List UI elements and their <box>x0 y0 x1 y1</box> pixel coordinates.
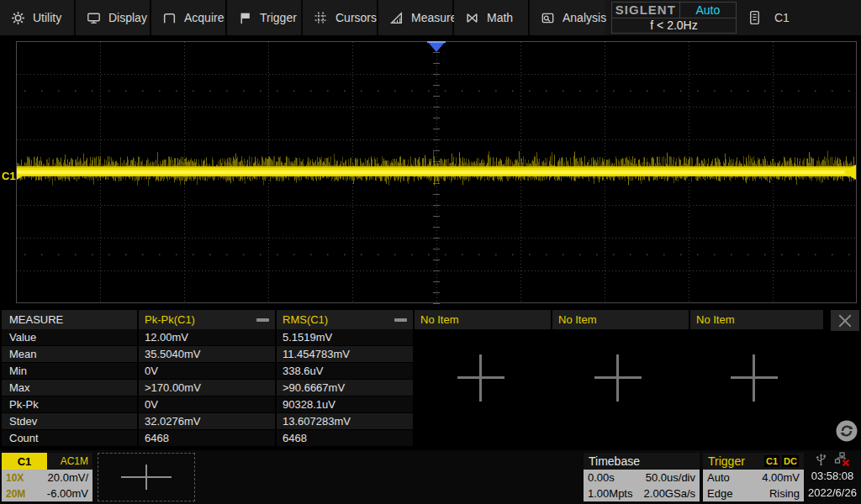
add-channel-box[interactable] <box>98 453 195 501</box>
notify-channel-label: C1 <box>774 11 790 24</box>
trigger-flag-icon <box>238 11 252 25</box>
usb-icon <box>815 453 827 467</box>
menu-math-label: Math <box>487 11 513 24</box>
trigger-position-marker[interactable] <box>427 41 446 52</box>
channel-offset-marker[interactable]: C1 <box>2 170 22 182</box>
menu-utility[interactable]: Utility <box>0 0 76 35</box>
bottom-status-bar: C1 AC1M 10X 20.0mV/ 20M -6.00mV Timebase… <box>0 450 861 504</box>
trigger-box[interactable]: Trigger C1 DC Auto 4.00mV Edge Rising <box>703 453 804 501</box>
menu-analysis-label: Analysis <box>563 11 606 24</box>
frequency-counter: f < 2.0Hz <box>612 18 736 34</box>
oscilloscope-screen: Utility Display Acquire Trigger <box>0 0 861 504</box>
trigger-source-badge: C1 <box>764 455 779 467</box>
timebase-scale: 50.0us/div <box>646 471 695 484</box>
channel-descriptor-box[interactable]: C1 AC1M 10X 20.0mV/ 20M -6.00mV <box>2 453 92 501</box>
trigger-title: Trigger <box>708 454 762 468</box>
measure-slot-2[interactable]: RMS(C1) <box>277 310 413 329</box>
measure-panel: MEASURE Pk-Pk(C1) RMS(C1) No Item No Ite… <box>0 309 861 447</box>
measure-icon <box>389 11 404 25</box>
menu-utility-label: Utility <box>33 11 61 24</box>
measure-slot-5[interactable]: No Item <box>690 310 823 329</box>
cursors-icon <box>314 11 328 25</box>
trigger-mode: Auto <box>707 471 730 484</box>
memory-depth: 1.00Mpts <box>588 487 632 500</box>
trigger-coupling-badge: DC <box>782 455 799 467</box>
measure-slot-1[interactable]: Pk-Pk(C1) <box>139 310 275 329</box>
menu-trigger[interactable]: Trigger <box>227 0 303 35</box>
close-measure-panel-button[interactable] <box>831 310 859 331</box>
measure-row-value: Value 12.00mV 5.1519mV <box>0 329 861 346</box>
timebase-delay: 0.00s <box>588 471 615 484</box>
menu-acquire[interactable]: Acquire <box>151 0 227 35</box>
vertical-offset: -6.00mV <box>47 487 88 500</box>
measure-row-count: Count 6468 6468 <box>0 430 861 447</box>
measure-header-row: MEASURE Pk-Pk(C1) RMS(C1) No Item No Ite… <box>0 310 861 329</box>
waveform-display-area: C1 <box>0 39 861 304</box>
add-measurement-slot[interactable] <box>594 354 642 402</box>
system-date: 2022/6/26 <box>806 485 859 501</box>
timebase-title: Timebase <box>589 454 640 468</box>
waveform-canvas[interactable] <box>0 39 861 304</box>
lan-disconnected-icon <box>834 452 850 467</box>
system-time: 03:58:08 <box>806 468 859 485</box>
clipboard-icon <box>748 10 761 25</box>
measure-slot-4[interactable]: No Item <box>552 310 689 329</box>
menu-measure[interactable]: Measure <box>378 0 454 35</box>
channel-offset-arrow-icon <box>17 173 22 180</box>
acquisition-mode: Auto <box>680 3 736 18</box>
menu-analysis[interactable]: Analysis <box>530 0 605 35</box>
measure-row-stdev: Stdev 32.0276mV 13.607283mV <box>0 413 861 430</box>
sample-rate: 2.00GSa/s <box>644 487 695 500</box>
channel-coupling: AC1M <box>47 453 92 470</box>
brand-logo: SIGLENT <box>612 3 680 18</box>
system-status-box: 03:58:08 2022/6/26 <box>806 451 859 503</box>
menu-display[interactable]: Display <box>76 0 151 35</box>
display-icon <box>87 11 101 25</box>
menu-cursors[interactable]: Cursors <box>303 0 378 35</box>
channel-name-badge: C1 <box>2 453 47 470</box>
trigger-level: 4.00mV <box>762 471 800 484</box>
gear-icon <box>11 11 25 25</box>
analysis-icon <box>541 11 555 25</box>
timebase-box[interactable]: Timebase 0.00s 50.0us/div 1.00Mpts 2.00G… <box>584 453 700 501</box>
bandwidth-limit: 20M <box>6 488 25 500</box>
remove-measurement-icon[interactable] <box>394 318 407 322</box>
math-icon <box>465 11 479 25</box>
menu-display-label: Display <box>108 11 147 24</box>
measure-panel-title: MEASURE <box>2 310 137 329</box>
vertical-scale: 20.0mV/ <box>48 471 88 484</box>
menu-measure-label: Measure <box>411 11 457 24</box>
close-icon <box>837 313 853 328</box>
channel-notify-area[interactable]: C1 <box>748 0 790 35</box>
trigger-slope: Rising <box>769 487 800 500</box>
acquire-icon <box>162 11 177 25</box>
menu-acquire-label: Acquire <box>184 11 224 24</box>
trigger-level-arrow[interactable] <box>843 165 856 180</box>
add-measurement-slot[interactable] <box>731 354 778 402</box>
probe-attenuation: 10X <box>6 472 24 484</box>
acquisition-status-box: SIGLENT Auto f < 2.0Hz <box>611 2 737 34</box>
trigger-type: Edge <box>707 487 732 500</box>
remove-measurement-icon[interactable] <box>256 318 269 322</box>
gesture-rotate-button[interactable] <box>835 419 858 446</box>
top-menu-bar: Utility Display Acquire Trigger <box>0 0 861 35</box>
measure-slot-3[interactable]: No Item <box>415 310 551 329</box>
add-measurement-slot[interactable] <box>457 354 504 402</box>
menu-trigger-label: Trigger <box>260 11 297 24</box>
menu-cursors-label: Cursors <box>335 11 377 24</box>
menu-math[interactable]: Math <box>454 0 530 35</box>
rotate-icon <box>835 419 858 443</box>
